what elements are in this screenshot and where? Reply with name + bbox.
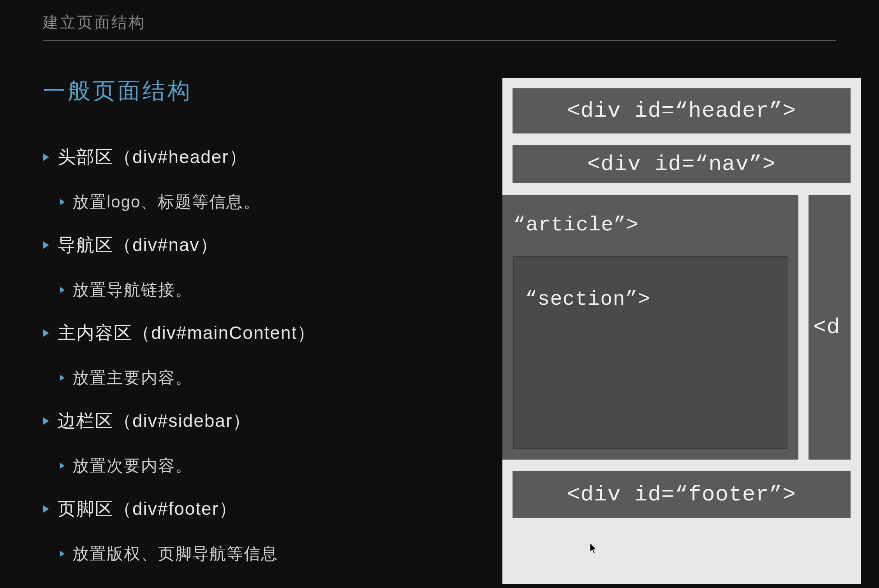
right-column: <div id=“header”> <div id=“nav”> “articl… [502, 76, 861, 585]
triangle-icon [43, 329, 49, 337]
bullet-text: 主内容区（div#mainContent） [58, 321, 316, 345]
list-item: 主内容区（div#mainContent） 放置主要内容。 [43, 321, 483, 389]
triangle-icon [43, 417, 49, 425]
section-heading: 一般页面结构 [43, 76, 483, 106]
diagram-main-row: “article”> “section”> <d [502, 195, 861, 460]
triangle-icon [60, 287, 65, 293]
bullet-text: 头部区（div#header） [58, 145, 248, 169]
sub-item: 放置logo、标题等信息。 [60, 191, 483, 213]
triangle-icon [43, 153, 49, 161]
diagram-article-block: “article”> “section”> [502, 195, 798, 460]
bullet-text: 边栏区（div#sidebar） [58, 409, 251, 433]
sub-text: 放置次要内容。 [72, 455, 192, 477]
sub-item: 放置主要内容。 [60, 367, 483, 389]
diagram-footer-block: <div id=“footer”> [513, 471, 851, 518]
triangle-icon [60, 463, 65, 469]
layout-diagram: <div id=“header”> <div id=“nav”> “articl… [502, 78, 861, 584]
slide: 建立页面结构 一般页面结构 头部区（div#header） 放置logo、标题等… [0, 0, 879, 588]
bullet-text: 导航区（div#nav） [58, 233, 218, 257]
slide-title: 建立页面结构 [43, 12, 836, 41]
sub-item: 放置版权、页脚导航等信息 [60, 543, 483, 565]
diagram-header-block: <div id=“header”> [513, 88, 851, 133]
sub-text: 放置主要内容。 [72, 367, 192, 389]
bullet-text: 页脚区（div#footer） [58, 497, 238, 521]
list-item: 边栏区（div#sidebar） 放置次要内容。 [43, 409, 483, 477]
triangle-icon [60, 199, 65, 205]
list-item: 导航区（div#nav） 放置导航链接。 [43, 233, 483, 301]
content-row: 一般页面结构 头部区（div#header） 放置logo、标题等信息。 [43, 76, 836, 585]
sub-text: 放置logo、标题等信息。 [72, 191, 261, 213]
triangle-icon [43, 241, 49, 249]
left-column: 一般页面结构 头部区（div#header） 放置logo、标题等信息。 [43, 76, 483, 585]
diagram-section-block: “section”> [513, 256, 787, 449]
diagram-sidebar-block: <d [809, 195, 851, 460]
sub-text: 放置导航链接。 [72, 279, 192, 301]
triangle-icon [43, 505, 49, 513]
triangle-icon [60, 375, 65, 381]
sub-item: 放置导航链接。 [60, 279, 483, 301]
diagram-nav-block: <div id=“nav”> [513, 145, 851, 183]
diagram-article-label: “article”> [513, 214, 787, 237]
triangle-icon [60, 551, 65, 557]
list-item: 页脚区（div#footer） 放置版权、页脚导航等信息 [43, 497, 483, 565]
sub-text: 放置版权、页脚导航等信息 [72, 543, 278, 565]
list-item: 头部区（div#header） 放置logo、标题等信息。 [43, 145, 483, 213]
bullet-list: 头部区（div#header） 放置logo、标题等信息。 导航区（div#na… [43, 145, 483, 565]
sub-item: 放置次要内容。 [60, 455, 483, 477]
